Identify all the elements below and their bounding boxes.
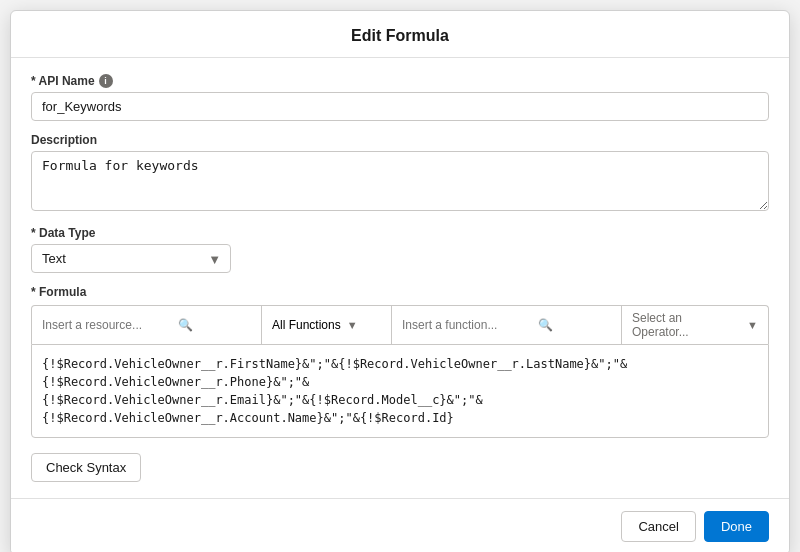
edit-formula-dialog: Edit Formula * API Name i Description Fo… [10,10,790,552]
dialog-title: Edit Formula [11,11,789,58]
operator-dropdown-arrow: ▼ [747,319,758,331]
formula-group: * Formula 🔍 All Functions ▼ 🔍 [31,285,769,441]
data-type-select-wrapper: Text Number Currency Date Percent Checkb… [31,244,231,273]
function-search-icon: 🔍 [538,318,553,332]
function-search-cell: 🔍 [392,306,622,344]
data-type-select[interactable]: Text Number Currency Date Percent Checkb… [31,244,231,273]
resource-search-input[interactable] [42,318,172,332]
resource-search-cell: 🔍 [32,306,262,344]
operator-dropdown[interactable]: Select an Operator... ▼ [622,306,768,344]
resource-search-icon: 🔍 [178,318,193,332]
data-type-label: * Data Type [31,226,769,240]
check-syntax-button[interactable]: Check Syntax [31,453,141,482]
data-type-group: * Data Type Text Number Currency Date Pe… [31,226,769,273]
functions-dropdown-arrow: ▼ [347,319,358,331]
api-name-group: * API Name i [31,74,769,121]
syntax-check-area: Check Syntax [31,453,769,482]
formula-toolbar: 🔍 All Functions ▼ 🔍 Select an Operator..… [31,305,769,344]
api-name-info-icon[interactable]: i [99,74,113,88]
api-name-input[interactable] [31,92,769,121]
done-button[interactable]: Done [704,511,769,542]
description-group: Description Formula for keywords [31,133,769,214]
formula-textarea[interactable]: {!$Record.VehicleOwner__r.FirstName}&";"… [31,344,769,438]
functions-label: All Functions [272,318,341,332]
dialog-body: * API Name i Description Formula for key… [11,58,789,498]
dialog-footer: Cancel Done [11,498,789,552]
description-input[interactable]: Formula for keywords [31,151,769,211]
api-name-label: * API Name i [31,74,769,88]
operator-placeholder-text: Select an Operator... [632,311,741,339]
description-label: Description [31,133,769,147]
formula-label: * Formula [31,285,769,299]
cancel-button[interactable]: Cancel [621,511,695,542]
functions-dropdown[interactable]: All Functions ▼ [262,306,392,344]
function-search-input[interactable] [402,318,532,332]
